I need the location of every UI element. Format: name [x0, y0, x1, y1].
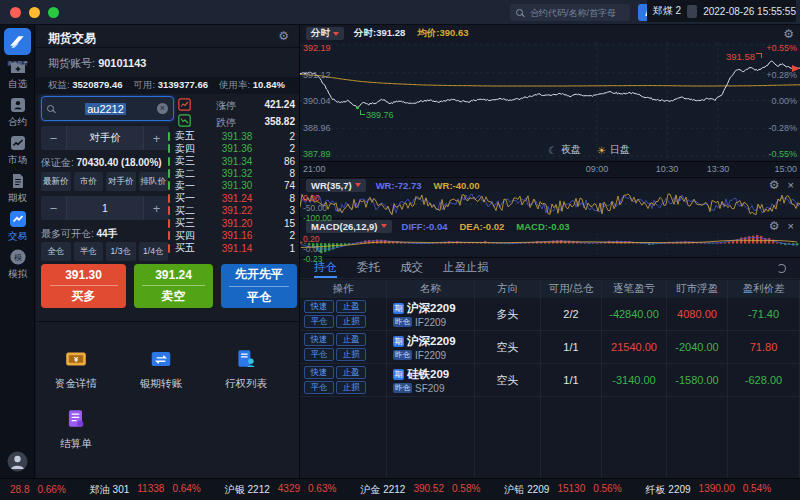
- period-selector[interactable]: 分时: [306, 27, 344, 40]
- stop-loss-button[interactable]: 止损: [336, 315, 366, 328]
- symbol-input[interactable]: au2212 ×: [41, 96, 174, 121]
- quick-close-button[interactable]: 快速: [304, 333, 334, 346]
- ticker-item[interactable]: 沪铅 2209 15130 0.56%: [504, 483, 621, 497]
- close-position-button[interactable]: 先开先平平仓: [221, 264, 297, 308]
- zoom-window-button[interactable]: [48, 7, 59, 18]
- person-card-icon: [9, 96, 27, 114]
- macd-selector[interactable]: MACD(26,12,9): [306, 220, 392, 233]
- price-plus-button[interactable]: +: [144, 126, 169, 150]
- sidebar-item-watchlist[interactable]: 自选: [0, 58, 35, 91]
- order-book-row[interactable]: 卖二 391.32 8: [168, 167, 295, 179]
- refresh-icon[interactable]: [777, 264, 786, 273]
- global-search-input[interactable]: [528, 7, 624, 19]
- quick-close-button[interactable]: 快速: [304, 366, 334, 379]
- funds-detail-button[interactable]: ¥ 资金详情: [41, 347, 111, 391]
- position-row[interactable]: 快速 止盈 平仓 止损 期沪深2209 昨仓IF2209 空头 1/1 2154…: [300, 331, 800, 364]
- close-window-button[interactable]: [10, 7, 21, 18]
- wr-chart[interactable]: 0.00-50.00-100.00: [300, 192, 800, 216]
- wr-settings-icon[interactable]: ⚙: [769, 179, 780, 191]
- tab-orders[interactable]: 委托: [357, 258, 380, 278]
- night-session-button[interactable]: ☾夜盘: [548, 143, 581, 157]
- price-minus-button[interactable]: −: [41, 126, 66, 150]
- sidebar-item-contracts[interactable]: 合约: [0, 96, 35, 129]
- quick-close-button[interactable]: 快速: [304, 300, 334, 313]
- positions-tabs: 持仓 委托 成交 止盈止损: [300, 257, 800, 279]
- buy-long-button[interactable]: 391.30买多: [41, 264, 126, 308]
- day-session-button[interactable]: ☀日盘: [597, 143, 630, 157]
- side-tick: [168, 132, 170, 141]
- stop-loss-button[interactable]: 止损: [336, 348, 366, 361]
- profile-avatar-icon[interactable]: [7, 451, 28, 476]
- side-tick: [168, 231, 170, 240]
- take-profit-button[interactable]: 止盈: [336, 366, 366, 379]
- max-open-info: 最多可开仓: 44手: [41, 227, 118, 241]
- minimize-window-button[interactable]: [29, 7, 40, 18]
- futures-badge: 期: [393, 336, 404, 347]
- statement-button[interactable]: 结算单: [41, 407, 111, 451]
- usage-value: 使用率: 10.84%: [219, 79, 285, 92]
- direction-cell: 多头: [475, 298, 541, 330]
- sidebar-item-options[interactable]: 期权: [0, 172, 35, 205]
- qty-plus-button[interactable]: +: [144, 196, 169, 220]
- order-book-row[interactable]: 卖四 391.36 2: [168, 142, 295, 154]
- price-type-button[interactable]: 市价: [74, 172, 104, 191]
- order-book-row[interactable]: 买四 391.16 2: [168, 230, 295, 242]
- qty-minus-button[interactable]: −: [41, 196, 66, 220]
- tab-stop-orders[interactable]: 止盈止损: [443, 258, 489, 278]
- settings-gear-icon[interactable]: ⚙: [278, 30, 289, 42]
- portion-button[interactable]: 1/3仓: [106, 242, 136, 261]
- order-book-row[interactable]: 卖一 391.30 74: [168, 180, 295, 192]
- portion-button[interactable]: 1/4仓: [139, 242, 169, 261]
- ticker-item[interactable]: 沪银 2212 4329 0.63%: [225, 483, 337, 497]
- ticker-item-clipped[interactable]: 郑煤 2: [653, 4, 681, 18]
- bank-transfer-button[interactable]: 银期转账: [126, 347, 196, 391]
- folder-plus-icon: [9, 58, 27, 76]
- sidebar-item-market[interactable]: 市场: [0, 134, 35, 167]
- order-book-row[interactable]: 卖五 391.38 2: [168, 130, 295, 142]
- flatten-button[interactable]: 平仓: [304, 381, 334, 394]
- exercise-list-button[interactable]: 行权列表: [211, 347, 281, 391]
- price-type-button[interactable]: 对手价: [106, 172, 136, 191]
- position-row[interactable]: 快速 止盈 平仓 止损 期沪深2209 昨仓IF2209 多头 2/2 -428…: [300, 298, 800, 331]
- legend-item: WR:-40.00: [434, 180, 480, 191]
- search-icon: [47, 105, 54, 112]
- portion-button[interactable]: 半仓: [74, 242, 104, 261]
- take-profit-button[interactable]: 止盈: [336, 333, 366, 346]
- wr-close-icon[interactable]: ×: [788, 180, 794, 191]
- chart-settings-icon[interactable]: ⚙: [783, 28, 794, 40]
- ticker-item[interactable]: 28.8 0.66%: [2, 484, 66, 495]
- macd-chart[interactable]: 0.20-0.02-0.23: [300, 233, 800, 255]
- flatten-button[interactable]: 平仓: [304, 315, 334, 328]
- macd-close-icon[interactable]: ×: [788, 221, 794, 232]
- position-row[interactable]: 快速 止盈 平仓 止损 期硅铁209 昨仓SF209 空头 1/1 -3140.…: [300, 364, 800, 397]
- order-book-row[interactable]: 买三 391.20 15: [168, 217, 295, 229]
- macd-settings-icon[interactable]: ⚙: [769, 220, 780, 232]
- wr-selector[interactable]: WR(35,7): [306, 179, 366, 192]
- tab-positions[interactable]: 持仓: [314, 258, 337, 278]
- order-book-row[interactable]: 买二 391.22 3: [168, 205, 295, 217]
- sell-short-button[interactable]: 391.24卖空: [134, 264, 213, 308]
- qty-value[interactable]: 1: [66, 196, 144, 220]
- low-annotation: 389.76: [360, 110, 394, 120]
- tab-fills[interactable]: 成交: [400, 258, 423, 278]
- ticker-item[interactable]: 郑油 301 11338 0.64%: [90, 483, 201, 497]
- yesterday-position-badge: 昨仓: [393, 317, 412, 327]
- flatten-button[interactable]: 平仓: [304, 348, 334, 361]
- order-book-row[interactable]: 买一 391.24 8: [168, 192, 295, 204]
- sidebar-item-simulation[interactable]: 模 模拟: [0, 248, 35, 281]
- sidebar-item-trade[interactable]: 交易: [0, 210, 35, 243]
- price-mode-value[interactable]: 对手价: [66, 126, 144, 150]
- order-book-row[interactable]: 卖三 391.34 86: [168, 155, 295, 167]
- ticker-item[interactable]: 沪金 2212 390.52 0.58%: [360, 483, 480, 497]
- order-book-row[interactable]: 买五 391.14 1: [168, 242, 295, 254]
- side-tick: [168, 181, 170, 190]
- take-profit-button[interactable]: 止盈: [336, 300, 366, 313]
- portion-button[interactable]: 全仓: [41, 242, 71, 261]
- price-type-button[interactable]: 排队价: [139, 172, 169, 191]
- ticker-item[interactable]: 纤板 2209 1390.00 0.54%: [646, 483, 772, 497]
- stop-loss-button[interactable]: 止损: [336, 381, 366, 394]
- global-search[interactable]: [510, 4, 630, 21]
- minute-chart[interactable]: 392.19391.12390.04388.96387.89 +0.55%+0.…: [300, 42, 800, 160]
- price-type-button[interactable]: 最新价: [41, 172, 71, 191]
- clear-input-icon[interactable]: ×: [157, 103, 168, 114]
